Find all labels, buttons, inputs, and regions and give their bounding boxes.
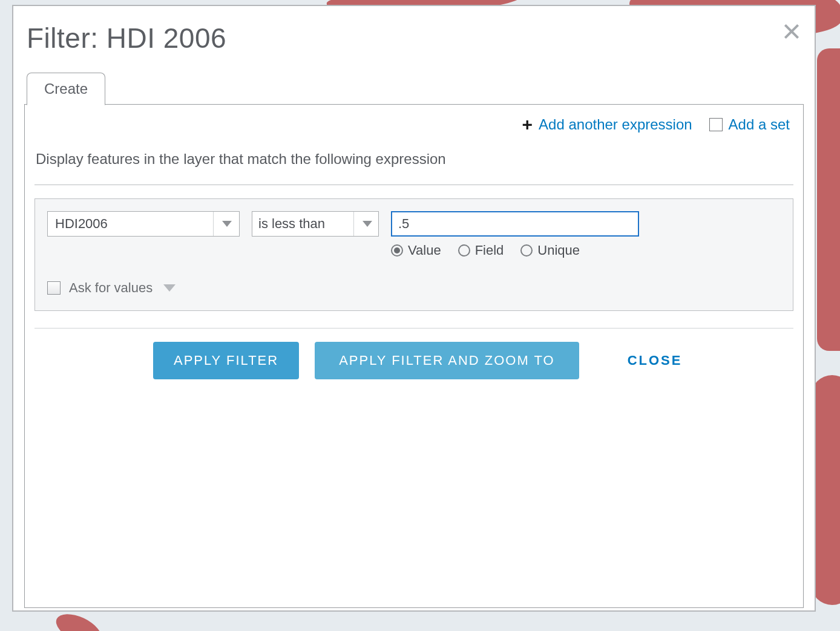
- instruction-text: Display features in the layer that match…: [34, 142, 793, 178]
- expression-card: HDI2006 is less than: [34, 198, 793, 311]
- radio-icon: [458, 244, 470, 257]
- close-button[interactable]: CLOSE: [595, 353, 683, 368]
- apply-filter-button[interactable]: APPLY FILTER: [153, 342, 299, 379]
- chevron-down-icon: [222, 221, 232, 227]
- apply-filter-zoom-button[interactable]: APPLY FILTER AND ZOOM TO: [315, 342, 579, 379]
- operator-select[interactable]: is less than: [252, 211, 379, 237]
- dialog-title: Filter: HDI 2006: [27, 22, 226, 54]
- field-select-value: HDI2006: [55, 216, 206, 232]
- operator-select-value: is less than: [258, 216, 346, 232]
- field-select[interactable]: HDI2006: [47, 211, 240, 237]
- radio-icon: [391, 244, 403, 257]
- value-input[interactable]: [391, 211, 639, 237]
- chevron-down-icon[interactable]: [163, 284, 176, 292]
- value-type-value[interactable]: Value: [391, 243, 441, 258]
- tab-label: Create: [44, 80, 88, 97]
- radio-label: Unique: [537, 243, 580, 258]
- chevron-down-icon: [363, 221, 372, 227]
- square-icon: [709, 118, 723, 131]
- tab-bar: Create: [24, 71, 804, 105]
- value-field-group: Value Field Unique: [391, 211, 639, 258]
- value-type-unique[interactable]: Unique: [520, 243, 580, 258]
- plus-icon: +: [522, 116, 533, 134]
- close-icon[interactable]: [782, 22, 801, 41]
- divider: [34, 185, 793, 185]
- divider: [34, 328, 793, 329]
- expression-actions: + Add another expression Add a set: [34, 113, 793, 142]
- ask-for-values-checkbox[interactable]: [47, 281, 61, 295]
- radio-label: Value: [408, 243, 441, 258]
- radio-label: Field: [475, 243, 504, 258]
- add-expression-link[interactable]: + Add another expression: [522, 116, 692, 134]
- create-panel: + Add another expression Add a set Displ…: [24, 105, 804, 608]
- filter-dialog: Filter: HDI 2006 Create + Add another ex…: [12, 5, 816, 612]
- action-buttons: APPLY FILTER APPLY FILTER AND ZOOM TO CL…: [34, 342, 793, 379]
- add-expression-label: Add another expression: [539, 116, 692, 133]
- radio-icon: [520, 244, 533, 257]
- value-type-field[interactable]: Field: [458, 243, 504, 258]
- tab-create[interactable]: Create: [27, 73, 105, 105]
- add-set-link[interactable]: Add a set: [709, 116, 790, 133]
- ask-for-values-label: Ask for values: [69, 280, 153, 296]
- add-set-label: Add a set: [729, 116, 790, 133]
